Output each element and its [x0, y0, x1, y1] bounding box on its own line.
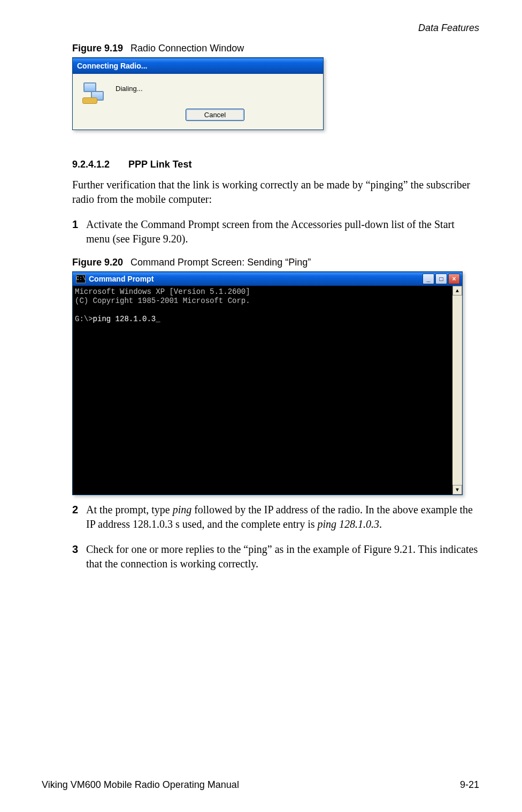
intro-paragraph: Further verification that the link is wo…	[72, 178, 479, 207]
step-number: 2	[72, 503, 86, 532]
section-number: 9.2.4.1.2	[72, 159, 126, 170]
cmd-prompt: G:\>	[75, 315, 93, 323]
dialog-title: Connecting Radio...	[77, 62, 147, 70]
dialog-status-text: Dialing...	[116, 85, 314, 93]
dialog-titlebar: Connecting Radio...	[73, 58, 323, 74]
cmd-line-1: Microsoft Windows XP [Version 5.1.2600]	[75, 287, 250, 296]
minimize-button[interactable]: _	[423, 274, 434, 284]
figure-title: Command Prompt Screen: Sending “Ping”	[130, 257, 311, 268]
step-number: 3	[72, 542, 86, 571]
cmd-text-area[interactable]: Microsoft Windows XP [Version 5.1.2600] …	[73, 286, 452, 495]
step-number: 1	[72, 217, 86, 246]
network-dial-icon	[81, 82, 107, 108]
figure-9-19-dialog: Connecting Radio... Dialing... Cancel	[72, 57, 324, 130]
figure-label: Figure 9.20	[72, 257, 123, 268]
section-heading: 9.2.4.1.2 PPP Link Test	[72, 159, 479, 170]
figure-title: Radio Connection Window	[130, 43, 244, 54]
cmd-title: Command Prompt	[89, 275, 423, 283]
console-icon: C:\	[76, 275, 86, 283]
cmd-cursor: _	[156, 315, 160, 323]
cmd-titlebar: C:\ Command Prompt _ □ ×	[73, 272, 462, 286]
figure-9-20-command-prompt: C:\ Command Prompt _ □ × Microsoft Windo…	[72, 271, 463, 495]
cmd-scrollbar[interactable]: ▲ ▼	[452, 286, 462, 495]
figure-label: Figure 9.19	[72, 43, 123, 54]
step-2: 2 At the prompt, type ping followed by t…	[72, 503, 479, 532]
close-button[interactable]: ×	[448, 274, 460, 284]
text-fragment: At the prompt, type	[86, 504, 173, 515]
text-fragment-italic: ping	[173, 504, 192, 515]
text-fragment-italic: ping 128.1.0.3	[318, 518, 380, 530]
footer-left: Viking VM600 Mobile Radio Operating Manu…	[42, 779, 239, 791]
footer-right: 9-21	[460, 779, 479, 791]
section-title: PPP Link Test	[128, 159, 191, 170]
scroll-down-button[interactable]: ▼	[452, 485, 462, 495]
cmd-entry: ping 128.1.0.3	[93, 315, 156, 323]
step-text: At the prompt, type ping followed by the…	[86, 503, 479, 532]
step-text: Check for one or more replies to the “pi…	[86, 542, 479, 571]
scroll-up-button[interactable]: ▲	[452, 286, 462, 295]
cmd-line-2: (C) Copyright 1985-2001 Microsoft Corp.	[75, 297, 250, 305]
scroll-track[interactable]	[452, 295, 462, 485]
maximize-button[interactable]: □	[435, 274, 447, 284]
step-3: 3 Check for one or more replies to the “…	[72, 542, 479, 571]
figure-caption-9-19: Figure 9.19Radio Connection Window	[72, 43, 479, 54]
page-footer: Viking VM600 Mobile Radio Operating Manu…	[42, 779, 479, 791]
figure-caption-9-20: Figure 9.20Command Prompt Screen: Sendin…	[72, 257, 479, 268]
step-1: 1 Activate the Command Prompt screen fro…	[72, 217, 479, 246]
text-fragment: .	[379, 518, 382, 530]
page-header: Data Features	[418, 22, 479, 34]
step-text: Activate the Command Prompt screen from …	[86, 217, 479, 246]
cancel-button[interactable]: Cancel	[186, 109, 244, 121]
